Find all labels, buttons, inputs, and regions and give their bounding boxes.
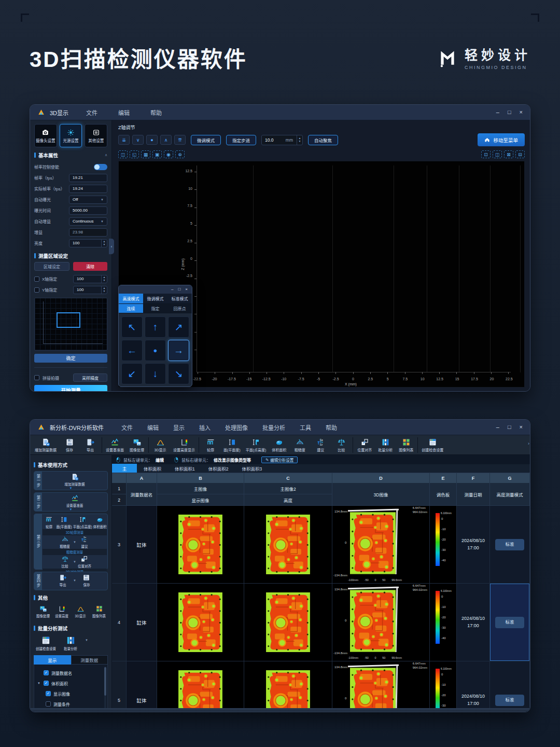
column-letter[interactable]: G bbox=[490, 473, 530, 483]
header-main-image[interactable]: 主图像 bbox=[157, 483, 244, 494]
jog-sub-tab[interactable]: 回原点 bbox=[167, 304, 192, 313]
plot-tool-icon[interactable]: ⊕ bbox=[175, 150, 185, 158]
palette-cell[interactable]: 6.100mm 0-10-20-30-40 bbox=[430, 661, 457, 712]
checkbox[interactable]: ✓ bbox=[44, 670, 49, 675]
toolbar-volume-area[interactable]: 体积面积 bbox=[269, 436, 289, 454]
date-cell[interactable]: 2024/08/1017:00 bbox=[457, 506, 490, 584]
jog-arrow-button[interactable]: ↗ bbox=[168, 316, 189, 338]
scrollbar-thumb[interactable] bbox=[104, 667, 106, 696]
row-number[interactable]: 1 bbox=[112, 483, 127, 494]
tree-item[interactable]: 测量条件 bbox=[46, 699, 102, 709]
toolbar-image-process[interactable]: 图像处理 bbox=[127, 436, 147, 454]
stepper-arrows[interactable]: ▲▼ bbox=[101, 275, 107, 283]
other-height-display[interactable]: 设置高度 bbox=[54, 605, 69, 618]
row-number[interactable]: 4 bbox=[112, 584, 127, 661]
toolbar-3d-display[interactable]: 3D显示 bbox=[150, 436, 171, 454]
expander-icon[interactable]: ▼ bbox=[37, 682, 41, 685]
autofocus-button[interactable]: 自动聚焦 bbox=[308, 135, 338, 145]
sheet-tab[interactable]: 体积面积 bbox=[137, 464, 168, 473]
jog-arrow-button[interactable]: ↓ bbox=[145, 363, 166, 384]
framerate-toggle[interactable] bbox=[94, 164, 107, 170]
window-control-button[interactable]: □ bbox=[508, 424, 511, 430]
height-image-cell[interactable] bbox=[244, 584, 332, 661]
toolbar-export[interactable]: 导出 bbox=[80, 436, 101, 454]
jog-mode-tab[interactable]: 标准模式 bbox=[167, 294, 192, 303]
jog-arrow-button[interactable]: ● bbox=[145, 340, 166, 361]
toolbar-position-align[interactable]: 位置对齐 bbox=[354, 436, 375, 454]
gain-input[interactable]: 23.98 bbox=[69, 228, 107, 237]
window-control-button[interactable]: – bbox=[496, 109, 499, 115]
toolbar-suggestion[interactable]: 建议 bbox=[310, 436, 331, 454]
menu-item[interactable]: 帮助 bbox=[326, 423, 337, 432]
jog-arrow-button[interactable]: ↙ bbox=[121, 363, 143, 384]
actual-framerate-input[interactable]: 19.24 bbox=[69, 185, 107, 193]
palette-cell[interactable]: 6.100mm 0-10-20-30-40 bbox=[430, 584, 457, 661]
checkbox[interactable]: ✓ bbox=[44, 681, 49, 686]
plot-tool-icon[interactable]: ⊡ bbox=[481, 150, 491, 158]
sheet-tab[interactable]: 体积面积1 bbox=[168, 464, 202, 473]
main-image-cell[interactable] bbox=[157, 506, 244, 584]
framerate-input[interactable]: 19.21 bbox=[69, 174, 107, 182]
window-control-button[interactable]: × bbox=[520, 424, 523, 430]
y-axis-stepper[interactable]: 100▲▼ bbox=[73, 286, 107, 294]
other-image-process[interactable]: 图像处理 bbox=[36, 605, 50, 618]
batch-analysis[interactable]: 批量分析 bbox=[63, 635, 78, 651]
stitch-checkbox[interactable] bbox=[34, 375, 39, 380]
step4-card[interactable]: 第四步 导出 ▼ 保存 bbox=[34, 572, 108, 590]
window-control-button[interactable]: □ bbox=[178, 287, 180, 292]
image-3d-cell[interactable]: 134.8mm 0 -134.8mm 6.647mm964.02mm -100m… bbox=[332, 506, 430, 584]
menu-item[interactable]: 文件 bbox=[86, 108, 97, 117]
standard-mode-button[interactable]: 标准 bbox=[495, 695, 524, 706]
header-measure-date[interactable]: 测量日期 bbox=[457, 483, 490, 506]
plot-tool-icon[interactable]: ◱ bbox=[130, 150, 139, 158]
y-axis-checkbox[interactable] bbox=[34, 287, 39, 293]
other-3d-display[interactable]: 3D显示 bbox=[73, 605, 88, 618]
tree-item[interactable]: ✓ 测量数据名 bbox=[37, 668, 102, 678]
plot-tool-icon[interactable]: ▦ bbox=[141, 150, 150, 158]
window-control-button[interactable]: □ bbox=[508, 109, 511, 115]
measure-name-cell[interactable]: 缸体 bbox=[127, 584, 157, 661]
measure-name-cell[interactable]: 缸体 bbox=[127, 661, 157, 712]
plot-tool-icon[interactable]: ◉ bbox=[164, 150, 173, 158]
toolbar-batch-analysis[interactable]: 批量分析 bbox=[375, 436, 396, 454]
measure-name-cell[interactable]: 缸体 bbox=[127, 506, 157, 584]
sheet-tab[interactable]: 体积面积3 bbox=[235, 464, 269, 473]
step-value-stepper[interactable]: 10.0mm ▲▼ bbox=[261, 135, 303, 145]
region-rect[interactable] bbox=[57, 312, 80, 328]
area-set-button[interactable]: 区域设定 bbox=[34, 262, 69, 271]
header-main-image2[interactable]: 主图像2 bbox=[244, 483, 332, 494]
jog-arrow-button[interactable]: → bbox=[168, 340, 189, 361]
menu-item[interactable]: 编辑 bbox=[118, 108, 130, 117]
mode-cell[interactable]: 标准 bbox=[490, 661, 530, 712]
menu-item[interactable]: 批量分析 bbox=[262, 423, 285, 432]
stepper-arrows[interactable]: ▲▼ bbox=[101, 286, 107, 294]
main-image-cell[interactable] bbox=[157, 584, 244, 661]
sheet-tab[interactable]: 主 bbox=[112, 464, 137, 473]
zaxis-jog-button[interactable]: ● bbox=[146, 135, 158, 145]
sheet-tab[interactable]: 体积面积2 bbox=[202, 464, 235, 473]
move-to-menu-button[interactable]: 移动至菜单 bbox=[478, 133, 525, 146]
zaxis-jog-button[interactable]: ⇊ bbox=[118, 135, 130, 145]
row-number[interactable]: 3 bbox=[112, 506, 127, 584]
column-letter[interactable]: E bbox=[430, 473, 457, 483]
start-measure-button[interactable]: 开始测量 bbox=[34, 385, 107, 392]
main-image-cell[interactable] bbox=[157, 661, 244, 712]
window-control-button[interactable]: × bbox=[185, 287, 188, 292]
x-axis-checkbox[interactable] bbox=[34, 276, 39, 282]
jog-mode-tab[interactable]: 高速模式 bbox=[119, 294, 143, 303]
toolbar-height-display[interactable]: 设置高度显示 bbox=[171, 436, 198, 454]
column-letter[interactable]: B bbox=[157, 473, 244, 483]
header-3d-image[interactable]: 3D图像 bbox=[332, 483, 430, 506]
collapse-icon[interactable]: ∧ bbox=[105, 153, 107, 157]
tab-other-settings[interactable]: 其他设置 bbox=[85, 124, 107, 147]
column-letter[interactable]: D bbox=[332, 473, 430, 483]
jog-arrow-button[interactable]: ↘ bbox=[168, 363, 189, 384]
mode-cell-selected[interactable]: 标准 bbox=[490, 584, 530, 661]
x-axis-stepper[interactable]: 100▲▼ bbox=[73, 275, 107, 283]
toolbar-flatness[interactable]: 面(平面度) bbox=[221, 436, 243, 454]
mode-cell[interactable]: 标准 bbox=[490, 506, 530, 584]
standard-mode-button[interactable]: 标准 bbox=[495, 539, 524, 550]
brightness-stepper[interactable]: 100▲▼ bbox=[69, 239, 107, 247]
chevron-down-icon[interactable]: ▼ bbox=[73, 560, 76, 563]
zaxis-jog-button[interactable]: ⇈ bbox=[174, 135, 186, 145]
